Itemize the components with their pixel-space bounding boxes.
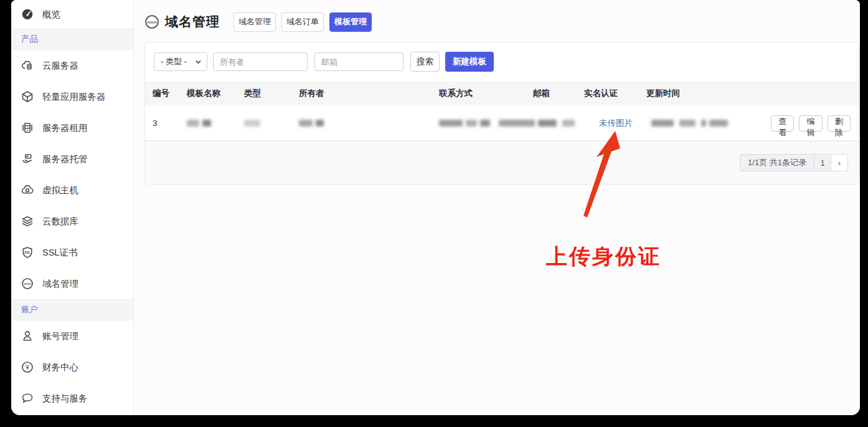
sidebar: 概览 产品 云服务器 轻量应用服务器 <box>11 0 134 415</box>
new-template-button[interactable]: 新建模板 <box>445 52 494 72</box>
sidebar-item-label: SSL证书 <box>42 247 77 259</box>
search-button[interactable]: 搜索 <box>410 52 440 72</box>
svg-text:www: www <box>23 282 32 285</box>
www-globe-icon: www <box>144 14 159 29</box>
server-rack-icon <box>21 122 34 134</box>
sidebar-item-server-hosting[interactable]: 服务器托管 <box>11 143 133 175</box>
col-header-id: 编号 <box>153 88 187 99</box>
sidebar-item-cloud-server[interactable]: 云服务器 <box>11 50 133 81</box>
tab-template-management[interactable]: 模板管理 <box>329 12 372 32</box>
type-select[interactable]: - 类型 - <box>154 52 207 71</box>
cell-updated-redacted <box>646 120 771 127</box>
chat-bubble-icon <box>21 392 34 405</box>
table-row: 3 未传图片 <box>145 106 859 141</box>
pagination-next-button[interactable]: › <box>831 154 848 171</box>
sidebar-item-overview[interactable]: 概览 <box>11 0 133 29</box>
template-table-card: - 类型 - 搜索 新建模板 编号 模板名称 类型 所有者 联系方式 邮箱 实名… <box>144 42 860 185</box>
sidebar-item-finance-center[interactable]: ¥ 财务中心 <box>11 352 133 383</box>
sidebar-item-server-rental[interactable]: 服务器租用 <box>11 112 133 143</box>
cell-actions: 查看 编辑 删除 <box>771 115 851 132</box>
sidebar-item-label: 虚拟主机 <box>42 185 78 196</box>
tab-domain-orders[interactable]: 域名订单 <box>281 12 324 32</box>
sidebar-item-account-management[interactable]: 账号管理 <box>11 320 133 352</box>
pagination-page-1[interactable]: 1 <box>814 154 831 171</box>
sidebar-item-cloud-database[interactable]: 云数据库 <box>11 206 133 237</box>
cell-owner-redacted <box>299 120 439 127</box>
sidebar-section-products: 产品 <box>11 29 133 50</box>
sidebar-item-lightweight-server[interactable]: 轻量应用服务器 <box>11 81 133 112</box>
yen-circle-icon: ¥ <box>21 361 34 373</box>
www-globe-icon: www <box>21 277 34 290</box>
svg-text:¥: ¥ <box>25 364 29 371</box>
ssl-shield-icon: SSL <box>21 246 34 259</box>
sidebar-item-ssl-cert[interactable]: SSL SSL证书 <box>11 237 133 268</box>
pagination-summary: 1/1页 共1条记录 <box>740 154 814 171</box>
hand-server-icon <box>21 153 34 165</box>
col-header-email: 邮箱 <box>499 88 584 99</box>
col-header-owner: 所有者 <box>299 88 439 99</box>
cell-template-name-redacted <box>187 120 244 127</box>
section-title: 账户 <box>21 304 38 315</box>
main-content: www 域名管理 域名管理 域名订单 模板管理 - 类型 - 搜索 <box>134 0 860 415</box>
dashboard-gauge-icon <box>21 8 34 21</box>
sidebar-item-domain-management[interactable]: www 域名管理 <box>11 268 133 299</box>
col-header-template-name: 模板名称 <box>187 88 244 99</box>
page-title: 域名管理 <box>165 13 220 31</box>
sidebar-item-label: 账号管理 <box>42 330 78 342</box>
cell-email-redacted <box>499 120 584 127</box>
sidebar-item-support[interactable]: 支持与服务 <box>11 383 133 414</box>
sidebar-item-label: 云服务器 <box>42 60 78 72</box>
sidebar-item-label: 概览 <box>42 9 60 21</box>
app-window: 概览 产品 云服务器 轻量应用服务器 <box>11 0 860 415</box>
col-header-updated: 更新时间 <box>646 88 771 99</box>
real-name-status-link[interactable]: 未传图片 <box>584 118 646 129</box>
layers-icon <box>21 215 34 228</box>
chevron-down-icon <box>195 59 202 65</box>
owner-input[interactable] <box>213 52 308 71</box>
pagination: 1/1页 共1条记录 1 › <box>740 154 848 171</box>
sidebar-item-label: 财务中心 <box>42 362 78 373</box>
cell-id: 3 <box>153 118 187 128</box>
svg-text:SSL: SSL <box>24 251 31 254</box>
cube-icon <box>21 90 34 103</box>
filter-bar: - 类型 - 搜索 新建模板 <box>145 42 859 81</box>
sidebar-item-label: 域名管理 <box>42 278 78 290</box>
table-footer: 1/1页 共1条记录 1 › <box>145 141 859 184</box>
page-header: www 域名管理 域名管理 域名订单 模板管理 <box>144 12 860 32</box>
sidebar-item-label: 云数据库 <box>42 216 78 228</box>
email-input[interactable] <box>314 52 403 71</box>
col-header-type: 类型 <box>244 88 299 99</box>
table-header-row: 编号 模板名称 类型 所有者 联系方式 邮箱 实名认证 更新时间 <box>145 81 859 106</box>
sidebar-item-virtual-host[interactable]: 虚拟主机 <box>11 175 133 206</box>
delete-button[interactable]: 删除 <box>828 115 851 132</box>
cell-contact-redacted <box>439 120 499 127</box>
col-header-contact: 联系方式 <box>439 88 499 99</box>
sidebar-section-account: 账户 <box>11 299 133 320</box>
sidebar-item-label: 服务器托管 <box>42 153 88 165</box>
type-select-value: - 类型 - <box>161 56 187 67</box>
cell-type-redacted <box>244 120 299 127</box>
sidebar-item-label: 服务器租用 <box>42 122 88 134</box>
person-icon <box>21 330 34 342</box>
section-title: 产品 <box>21 34 38 45</box>
cloud-server-icon <box>21 59 34 72</box>
sidebar-item-label: 轻量应用服务器 <box>42 91 106 103</box>
cloud-host-icon <box>21 184 34 196</box>
sidebar-item-label: 支持与服务 <box>42 393 88 405</box>
svg-text:www: www <box>147 20 157 24</box>
tab-bar: 域名管理 域名订单 模板管理 <box>234 12 372 32</box>
edit-button[interactable]: 编辑 <box>799 115 822 132</box>
col-header-real-name: 实名认证 <box>584 88 646 99</box>
tab-domain-management[interactable]: 域名管理 <box>234 12 276 32</box>
view-button[interactable]: 查看 <box>771 115 794 132</box>
